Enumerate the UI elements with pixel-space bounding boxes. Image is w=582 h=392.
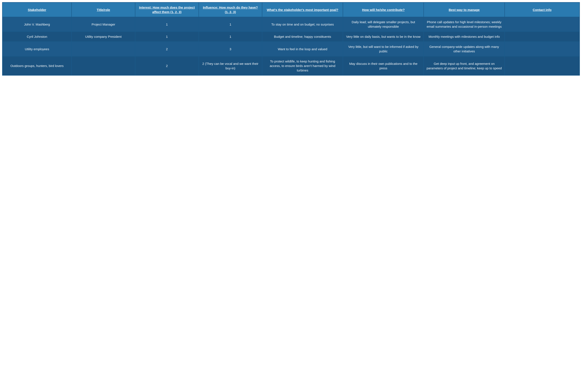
- cell-manage: Monthly meetings with milestones and bud…: [424, 32, 504, 42]
- cell-title: Utility company President: [72, 32, 135, 42]
- cell-interest: 2: [135, 42, 199, 56]
- header-stakeholder: Stakeholder: [2, 2, 72, 17]
- cell-stakeholder: Cyril Johnston: [2, 32, 72, 42]
- cell-manage: Phone call updates for high level milest…: [424, 17, 504, 32]
- cell-contribute: May discuss in their own publications an…: [343, 56, 424, 75]
- cell-influence: 1: [199, 32, 262, 42]
- cell-goal: To stay on time and on budget; no surpri…: [262, 17, 343, 32]
- table-row: John V. MashbergProject Manager11To stay…: [2, 17, 580, 32]
- header-title: Title/role: [72, 2, 135, 17]
- cell-contribute: Very little, but will want to be informe…: [343, 42, 424, 56]
- cell-contact: [505, 17, 580, 32]
- header-interest: Interest: How much does the project affe…: [135, 2, 199, 17]
- cell-contact: [505, 42, 580, 56]
- stakeholder-table: Stakeholder Title/role Interest: How muc…: [2, 2, 580, 76]
- cell-contribute: Very little on daily basis, but wants to…: [343, 32, 424, 42]
- cell-interest: 2: [135, 56, 199, 75]
- cell-contribute: Daily lead; will delegate smaller projec…: [343, 17, 424, 32]
- cell-contact: [505, 32, 580, 42]
- cell-influence: 2 (They can be vocal and we want their b…: [199, 56, 262, 75]
- cell-goal: To protect wildlife, to keep hunting and…: [262, 56, 343, 75]
- cell-goal: Want to feel in the loop and valued: [262, 42, 343, 56]
- header-manage: Best way to manage: [424, 2, 504, 17]
- table-row: Outdoors groups, hunters, bird lovers22 …: [2, 56, 580, 75]
- header-goal: What's the stakeholder's most important …: [262, 2, 343, 17]
- cell-stakeholder: Utility employees: [2, 42, 72, 56]
- cell-interest: 1: [135, 32, 199, 42]
- cell-manage: General company-wide updates along with …: [424, 42, 504, 56]
- table-row: Utility employees23Want to feel in the l…: [2, 42, 580, 56]
- header-contact: Contact info: [505, 2, 580, 17]
- cell-stakeholder: John V. Mashberg: [2, 17, 72, 32]
- cell-influence: 1: [199, 17, 262, 32]
- cell-title: [72, 56, 135, 75]
- header-row: Stakeholder Title/role Interest: How muc…: [2, 2, 580, 17]
- cell-interest: 1: [135, 17, 199, 32]
- cell-contact: [505, 56, 580, 75]
- header-influence: Influence: How much do they have? (1, 2,…: [199, 2, 262, 17]
- cell-title: [72, 42, 135, 56]
- header-contribute: How will he/she contribute?: [343, 2, 424, 17]
- cell-goal: Budget and timeline; happy constituents: [262, 32, 343, 42]
- cell-manage: Get deep input up front, and agreement o…: [424, 56, 504, 75]
- cell-title: Project Manager: [72, 17, 135, 32]
- cell-influence: 3: [199, 42, 262, 56]
- cell-stakeholder: Outdoors groups, hunters, bird lovers: [2, 56, 72, 75]
- table-row: Cyril JohnstonUtility company President1…: [2, 32, 580, 42]
